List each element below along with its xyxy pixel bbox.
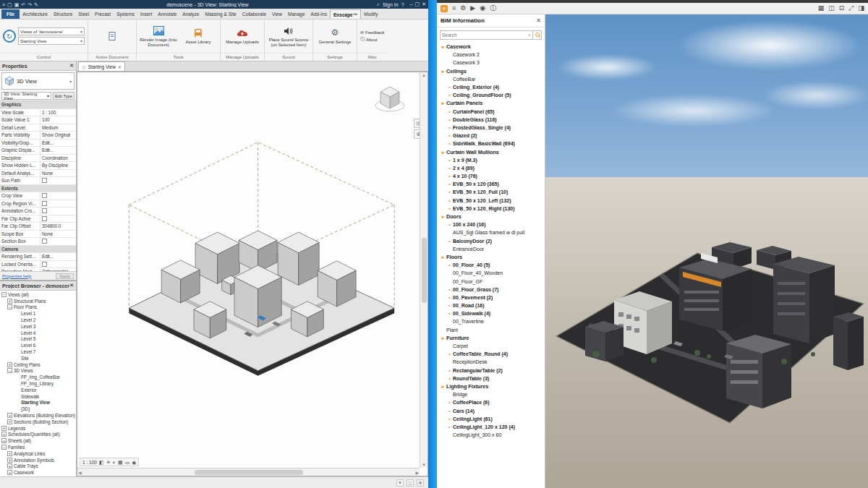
view-scale-control[interactable]: 1 : 100 bbox=[82, 460, 97, 465]
property-row[interactable]: Visibility/Grap... Edit... bbox=[0, 140, 76, 147]
ribbon-tab[interactable]: View bbox=[269, 9, 285, 19]
bim-tree-item[interactable]: EntranceDoor bbox=[437, 245, 545, 253]
ribbon-tab[interactable]: Analyze bbox=[179, 9, 202, 19]
ribbon-tab[interactable]: Manage bbox=[285, 9, 308, 19]
browser-tree-item[interactable]: Analytical Links bbox=[0, 450, 76, 457]
qat-icon[interactable]: ▢ bbox=[7, 2, 12, 7]
bim-tree-item[interactable]: CoffeeBar bbox=[437, 75, 545, 83]
property-row[interactable]: Parts Visibility Show Original bbox=[0, 132, 76, 140]
browser-tree-item[interactable]: Families bbox=[0, 444, 76, 450]
expander-icon[interactable] bbox=[7, 299, 12, 304]
browser-tree-item[interactable]: Level 4 bbox=[0, 330, 76, 336]
close-project-browser-icon[interactable]: ✕ bbox=[69, 283, 74, 288]
ribbon-tab[interactable]: Add-Ins bbox=[308, 9, 330, 19]
bim-tree-item[interactable]: RoundTable (3) bbox=[437, 374, 545, 382]
browser-tree-item[interactable]: Sidewalk bbox=[0, 393, 76, 400]
horizontal-scrollbar[interactable]: ◀ ▶ bbox=[77, 468, 420, 476]
property-row[interactable]: Extents bbox=[0, 185, 76, 193]
expander-icon[interactable] bbox=[7, 419, 12, 424]
qat-icon[interactable]: ✎ bbox=[34, 2, 38, 7]
bim-tree-item[interactable]: FrostedGlass_Single (4) bbox=[437, 124, 545, 132]
browser-tree-item[interactable]: Sections (Building Section) bbox=[0, 419, 76, 425]
browser-tree-item[interactable]: 3D Views bbox=[0, 368, 76, 374]
ribbon-tab[interactable]: File bbox=[1, 9, 20, 19]
feedback-button[interactable]: ✉Feedback bbox=[360, 30, 384, 35]
bim-tree-item[interactable]: CeilingLight_300 x 60 bbox=[437, 431, 545, 439]
browser-tree-item[interactable]: Floor Plans bbox=[0, 304, 76, 311]
bim-tree-item[interactable]: Lighting Fixtures bbox=[437, 382, 545, 390]
browser-tree-item[interactable]: FP_Img_CoffeeBar bbox=[0, 374, 76, 380]
bim-tree-item[interactable]: Ceiling_GroundFloor (5) bbox=[437, 91, 545, 99]
scroll-right-icon[interactable]: ▶ bbox=[415, 470, 419, 475]
bim-tree-item[interactable]: Glazed (2) bbox=[437, 132, 545, 140]
view-control-icon[interactable]: ◉ bbox=[132, 460, 136, 465]
close-properties-icon[interactable]: ✕ bbox=[69, 63, 74, 69]
browser-tree-item[interactable]: Structural Plans bbox=[0, 298, 76, 304]
bim-tree-item[interactable]: Ceiling_Exterior (4) bbox=[437, 83, 545, 91]
enscape-logo[interactable]: e bbox=[441, 5, 448, 12]
bim-tree-item[interactable]: 00_Pavement (2) bbox=[437, 294, 545, 301]
window-control-icon[interactable]: – bbox=[410, 1, 413, 7]
property-row[interactable]: Scale Value 1: 100 bbox=[0, 116, 76, 124]
scrollbar-thumb[interactable] bbox=[422, 238, 427, 303]
bim-tree-item[interactable]: Doors bbox=[437, 213, 545, 221]
bim-tree-item[interactable]: Carpet bbox=[437, 342, 545, 350]
search-button[interactable] bbox=[532, 30, 542, 40]
views-dropdown[interactable]: Views of 'demoscene'▾ bbox=[18, 27, 85, 35]
ribbon-tab[interactable]: Precast bbox=[92, 9, 114, 19]
properties-header[interactable]: Properties ✕ bbox=[0, 61, 76, 71]
worksets-icon[interactable]: ✥ bbox=[417, 479, 424, 487]
ribbon-tab[interactable]: Steel bbox=[75, 9, 92, 19]
toolbar-icon[interactable]: ⊡ bbox=[839, 5, 845, 12]
bim-tree-item[interactable]: EVB_50 x 120_Right (130) bbox=[437, 205, 545, 213]
filter-icon[interactable]: ▼ bbox=[396, 479, 404, 487]
toolbar-icon[interactable]: ⓘ bbox=[490, 5, 496, 12]
qat-icon[interactable]: ↶ bbox=[21, 2, 25, 7]
expander-icon[interactable] bbox=[7, 368, 12, 373]
expander-icon[interactable] bbox=[1, 426, 7, 431]
expander-icon[interactable] bbox=[1, 438, 7, 443]
browser-tree-item[interactable]: {3D} bbox=[0, 406, 76, 412]
active-document-toggle[interactable] bbox=[91, 30, 133, 42]
bim-tree-item[interactable]: Plant bbox=[437, 326, 545, 334]
expander-icon[interactable] bbox=[7, 362, 12, 367]
ribbon-tab[interactable]: Modify bbox=[361, 9, 380, 19]
window-control-icon[interactable]: ✕ bbox=[422, 1, 426, 7]
bim-tree-item[interactable]: EVB_50 x 120_Full (10) bbox=[437, 188, 545, 196]
vertical-scrollbar[interactable]: ▲ ▼ bbox=[420, 72, 427, 468]
expander-icon[interactable] bbox=[1, 292, 7, 297]
scrollbar-thumb[interactable] bbox=[195, 470, 303, 475]
render-image-button[interactable]: Render Image (Into Document) bbox=[140, 25, 177, 48]
search-icon[interactable]: ⌕ bbox=[377, 1, 380, 7]
expander-icon[interactable] bbox=[1, 432, 7, 437]
qat-icon[interactable]: ≡ bbox=[2, 2, 5, 7]
bim-tree-item[interactable]: 2 x 4 (89) bbox=[437, 164, 545, 172]
property-row[interactable]: Graphic Displa... Edit... bbox=[0, 147, 76, 155]
bim-tree-item[interactable]: 100 x 240 (16) bbox=[437, 221, 545, 228]
sign-in-button[interactable]: Sign In bbox=[383, 2, 399, 7]
render-viewport[interactable] bbox=[545, 14, 868, 488]
bim-tree-item[interactable]: AUS_Sgl Glass framed w dl pull bbox=[437, 228, 545, 236]
property-row[interactable]: Default Analys... None bbox=[0, 170, 76, 178]
browser-tree-item[interactable]: FP_Img_Library bbox=[0, 380, 76, 387]
property-row[interactable]: Camera bbox=[0, 246, 76, 254]
toolbar-icon[interactable]: ⤢ bbox=[848, 5, 854, 12]
property-row[interactable]: Scope Box None bbox=[0, 231, 76, 239]
expander-icon[interactable] bbox=[7, 458, 12, 463]
bim-tree-item[interactable]: 00_Road (16) bbox=[437, 301, 545, 309]
property-row[interactable]: Rendering Sett... Edit... bbox=[0, 253, 76, 261]
bim-tree-item[interactable]: CoffeePlace (6) bbox=[437, 398, 545, 406]
active-view-dropdown[interactable]: Starting View▾ bbox=[18, 37, 85, 45]
general-settings-button[interactable]: ⚙ General Settings bbox=[316, 27, 354, 45]
bim-tree-item[interactable]: Bridge bbox=[437, 390, 545, 398]
help-icon[interactable]: ? bbox=[401, 2, 404, 7]
edit-type-button[interactable]: Edit Type bbox=[53, 92, 75, 100]
bim-tree-item[interactable]: Casework 3 bbox=[437, 59, 545, 67]
property-row[interactable]: Detail Level Medium bbox=[0, 124, 76, 132]
bim-tree-item[interactable]: 1 x 9 (M.3) bbox=[437, 156, 545, 164]
expander-icon[interactable] bbox=[7, 451, 12, 456]
close-view-tab-icon[interactable]: ✕ bbox=[118, 64, 122, 69]
bim-tree-item[interactable]: 00_Travertine bbox=[437, 317, 545, 325]
bim-tree-item[interactable]: BalconyDoor (2) bbox=[437, 237, 545, 245]
toolbar-icon[interactable]: ▶ bbox=[470, 5, 475, 12]
